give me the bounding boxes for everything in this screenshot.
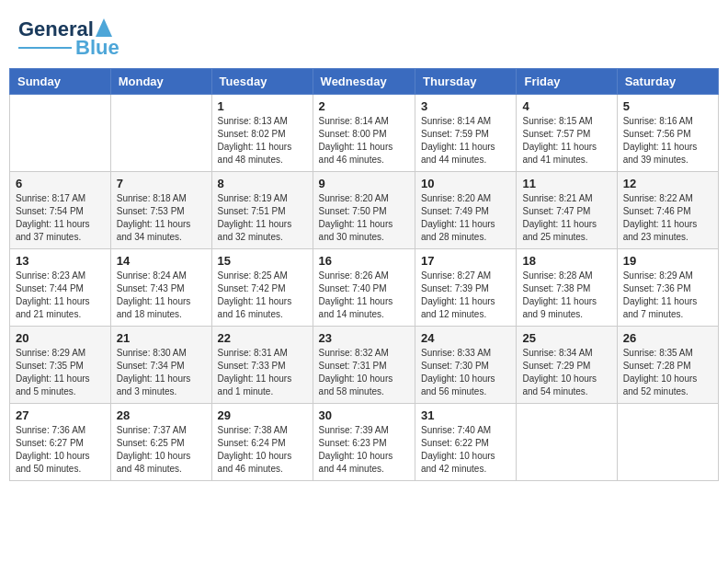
day-info: Sunrise: 8:30 AM Sunset: 7:34 PM Dayligh… [117,347,206,398]
calendar-body: 1Sunrise: 8:13 AM Sunset: 8:02 PM Daylig… [10,95,719,481]
calendar-cell [110,95,211,172]
svg-marker-0 [96,18,112,37]
weekday-header-saturday: Saturday [617,69,718,95]
calendar-cell: 13Sunrise: 8:23 AM Sunset: 7:44 PM Dayli… [10,249,111,327]
calendar-cell: 23Sunrise: 8:32 AM Sunset: 7:31 PM Dayli… [313,327,415,404]
weekday-header-row: SundayMondayTuesdayWednesdayThursdayFrid… [10,69,719,95]
calendar-table: SundayMondayTuesdayWednesdayThursdayFrid… [9,68,719,481]
day-number: 26 [623,331,712,345]
day-info: Sunrise: 8:35 AM Sunset: 7:28 PM Dayligh… [623,347,712,398]
day-number: 1 [218,99,307,113]
day-number: 6 [16,177,105,190]
day-info: Sunrise: 8:29 AM Sunset: 7:36 PM Dayligh… [623,270,712,321]
day-number: 4 [522,99,610,113]
day-number: 20 [16,331,105,345]
calendar-cell: 8Sunrise: 8:19 AM Sunset: 7:51 PM Daylig… [211,172,313,249]
week-row-3: 13Sunrise: 8:23 AM Sunset: 7:44 PM Dayli… [10,249,719,327]
calendar-cell: 7Sunrise: 8:18 AM Sunset: 7:53 PM Daylig… [110,172,211,249]
day-number: 28 [117,408,206,422]
calendar-cell: 11Sunrise: 8:21 AM Sunset: 7:47 PM Dayli… [517,172,617,249]
day-number: 24 [421,331,510,345]
day-info: Sunrise: 7:38 AM Sunset: 6:24 PM Dayligh… [218,424,307,476]
weekday-header-tuesday: Tuesday [211,69,313,95]
day-number: 12 [623,177,712,190]
calendar-cell: 31Sunrise: 7:40 AM Sunset: 6:22 PM Dayli… [415,404,517,481]
day-number: 9 [319,177,409,190]
page-header: General Blue [9,9,719,63]
day-info: Sunrise: 7:40 AM Sunset: 6:22 PM Dayligh… [421,424,510,476]
calendar-cell: 10Sunrise: 8:20 AM Sunset: 7:49 PM Dayli… [415,172,517,249]
day-info: Sunrise: 8:23 AM Sunset: 7:44 PM Dayligh… [16,270,105,321]
calendar-cell: 16Sunrise: 8:26 AM Sunset: 7:40 PM Dayli… [313,249,415,327]
day-number: 8 [218,177,307,190]
day-number: 2 [319,99,409,113]
calendar-cell [517,404,617,481]
day-info: Sunrise: 7:36 AM Sunset: 6:27 PM Dayligh… [16,424,105,476]
day-info: Sunrise: 8:27 AM Sunset: 7:39 PM Dayligh… [421,270,510,321]
calendar-cell: 2Sunrise: 8:14 AM Sunset: 8:00 PM Daylig… [313,95,415,172]
calendar-cell: 17Sunrise: 8:27 AM Sunset: 7:39 PM Dayli… [415,249,517,327]
calendar-cell: 18Sunrise: 8:28 AM Sunset: 7:38 PM Dayli… [517,249,617,327]
weekday-header-thursday: Thursday [415,69,517,95]
day-number: 13 [16,254,105,268]
logo-text-blue: Blue [75,37,119,59]
calendar-cell: 21Sunrise: 8:30 AM Sunset: 7:34 PM Dayli… [110,327,211,404]
weekday-header-sunday: Sunday [10,69,111,95]
day-info: Sunrise: 8:31 AM Sunset: 7:33 PM Dayligh… [218,347,307,398]
week-row-5: 27Sunrise: 7:36 AM Sunset: 6:27 PM Dayli… [10,404,719,481]
weekday-header-wednesday: Wednesday [313,69,415,95]
day-number: 10 [421,177,510,190]
calendar-cell: 27Sunrise: 7:36 AM Sunset: 6:27 PM Dayli… [10,404,111,481]
calendar-cell: 15Sunrise: 8:25 AM Sunset: 7:42 PM Dayli… [211,249,313,327]
calendar-cell: 25Sunrise: 8:34 AM Sunset: 7:29 PM Dayli… [517,327,617,404]
calendar-cell: 28Sunrise: 7:37 AM Sunset: 6:25 PM Dayli… [110,404,211,481]
calendar-cell: 24Sunrise: 8:33 AM Sunset: 7:30 PM Dayli… [415,327,517,404]
day-info: Sunrise: 8:22 AM Sunset: 7:46 PM Dayligh… [623,192,712,244]
day-info: Sunrise: 8:29 AM Sunset: 7:35 PM Dayligh… [16,347,105,398]
day-info: Sunrise: 8:19 AM Sunset: 7:51 PM Dayligh… [218,192,307,244]
calendar-cell: 6Sunrise: 8:17 AM Sunset: 7:54 PM Daylig… [10,172,111,249]
day-info: Sunrise: 8:28 AM Sunset: 7:38 PM Dayligh… [522,270,610,321]
day-info: Sunrise: 8:26 AM Sunset: 7:40 PM Dayligh… [319,270,409,321]
day-info: Sunrise: 8:16 AM Sunset: 7:56 PM Dayligh… [623,115,712,167]
day-number: 23 [319,331,409,345]
day-info: Sunrise: 8:24 AM Sunset: 7:43 PM Dayligh… [117,270,206,321]
day-info: Sunrise: 8:13 AM Sunset: 8:02 PM Dayligh… [218,115,307,167]
week-row-2: 6Sunrise: 8:17 AM Sunset: 7:54 PM Daylig… [10,172,719,249]
calendar-cell: 12Sunrise: 8:22 AM Sunset: 7:46 PM Dayli… [617,172,718,249]
calendar-cell: 19Sunrise: 8:29 AM Sunset: 7:36 PM Dayli… [617,249,718,327]
day-info: Sunrise: 7:39 AM Sunset: 6:23 PM Dayligh… [319,424,409,476]
day-number: 19 [623,254,712,268]
logo-triangle-icon [96,18,112,37]
day-number: 7 [117,177,206,190]
calendar-cell: 5Sunrise: 8:16 AM Sunset: 7:56 PM Daylig… [617,95,718,172]
day-number: 18 [522,254,610,268]
day-info: Sunrise: 8:17 AM Sunset: 7:54 PM Dayligh… [16,192,105,244]
day-info: Sunrise: 8:18 AM Sunset: 7:53 PM Dayligh… [117,192,206,244]
day-number: 25 [522,331,610,345]
weekday-header-monday: Monday [110,69,211,95]
day-info: Sunrise: 8:21 AM Sunset: 7:47 PM Dayligh… [522,192,610,244]
calendar-cell: 9Sunrise: 8:20 AM Sunset: 7:50 PM Daylig… [313,172,415,249]
logo: General Blue [18,18,119,59]
day-number: 11 [522,177,610,190]
day-info: Sunrise: 8:20 AM Sunset: 7:49 PM Dayligh… [421,192,510,244]
day-number: 30 [319,408,409,422]
calendar-cell [617,404,718,481]
day-number: 16 [319,254,409,268]
calendar-cell: 22Sunrise: 8:31 AM Sunset: 7:33 PM Dayli… [211,327,313,404]
day-number: 21 [117,331,206,345]
day-number: 17 [421,254,510,268]
day-info: Sunrise: 8:25 AM Sunset: 7:42 PM Dayligh… [218,270,307,321]
day-info: Sunrise: 8:14 AM Sunset: 7:59 PM Dayligh… [421,115,510,167]
calendar-cell: 30Sunrise: 7:39 AM Sunset: 6:23 PM Dayli… [313,404,415,481]
day-number: 31 [421,408,510,422]
calendar-cell: 29Sunrise: 7:38 AM Sunset: 6:24 PM Dayli… [211,404,313,481]
day-info: Sunrise: 8:34 AM Sunset: 7:29 PM Dayligh… [522,347,610,398]
day-info: Sunrise: 7:37 AM Sunset: 6:25 PM Dayligh… [117,424,206,476]
day-info: Sunrise: 8:20 AM Sunset: 7:50 PM Dayligh… [319,192,409,244]
day-info: Sunrise: 8:32 AM Sunset: 7:31 PM Dayligh… [319,347,409,398]
day-info: Sunrise: 8:33 AM Sunset: 7:30 PM Dayligh… [421,347,510,398]
calendar-cell: 14Sunrise: 8:24 AM Sunset: 7:43 PM Dayli… [110,249,211,327]
week-row-4: 20Sunrise: 8:29 AM Sunset: 7:35 PM Dayli… [10,327,719,404]
